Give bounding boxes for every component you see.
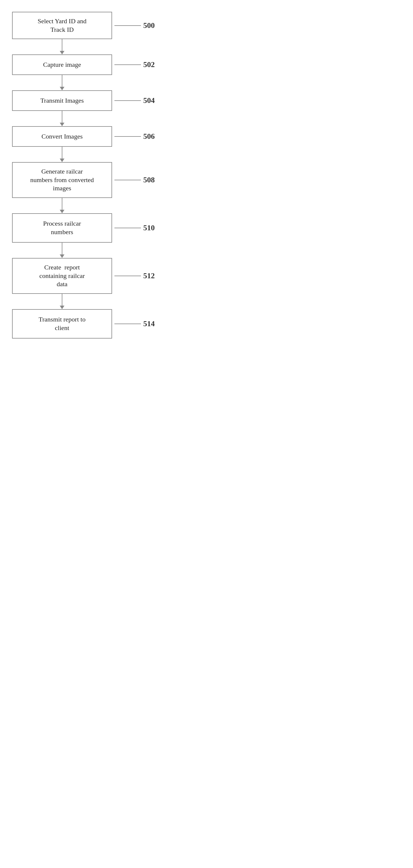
step-508-box: Generate railcarnumbers from convertedim… bbox=[12, 162, 112, 198]
connector-line-500 bbox=[115, 25, 141, 26]
step-508-item: Generate railcarnumbers from convertedim… bbox=[12, 162, 194, 213]
arrow-shaft-504 bbox=[60, 111, 64, 126]
step-512-item: Create reportcontaining railcardata 512 bbox=[12, 258, 194, 309]
arrow-504 bbox=[12, 111, 112, 126]
shaft-line-504 bbox=[62, 111, 62, 123]
step-506-item: Convert Images 506 bbox=[12, 126, 194, 162]
step-506-connector: 506 bbox=[115, 132, 155, 141]
arrow-shaft-510 bbox=[60, 243, 64, 258]
arrow-shaft-508 bbox=[60, 198, 64, 213]
step-500-connector: 500 bbox=[115, 21, 155, 30]
connector-line-502 bbox=[115, 64, 141, 65]
step-510-connector: 510 bbox=[115, 223, 155, 232]
connector-line-510 bbox=[115, 228, 141, 228]
step-514-box: Transmit report toclient bbox=[12, 309, 112, 339]
connector-line-504 bbox=[115, 100, 141, 101]
arrowhead-510 bbox=[60, 254, 64, 258]
step-508-label: 508 bbox=[143, 176, 155, 184]
step-508-row: Generate railcarnumbers from convertedim… bbox=[12, 162, 194, 198]
arrow-508 bbox=[12, 198, 112, 213]
step-514-label: 514 bbox=[143, 319, 155, 328]
step-500-box: Select Yard ID andTrack ID bbox=[12, 12, 112, 39]
arrow-510 bbox=[12, 243, 112, 258]
step-502-connector: 502 bbox=[115, 60, 155, 69]
step-510-item: Process railcarnumbers 510 bbox=[12, 213, 194, 258]
step-508-connector: 508 bbox=[115, 176, 155, 184]
step-514-row: Transmit report toclient 514 bbox=[12, 309, 194, 339]
step-506-row: Convert Images 506 bbox=[12, 126, 194, 147]
step-502-item: Capture image 502 bbox=[12, 54, 194, 90]
step-504-connector: 504 bbox=[115, 96, 155, 105]
shaft-line-500 bbox=[62, 39, 62, 51]
step-504-item: Transmit Images 504 bbox=[12, 90, 194, 126]
arrowhead-504 bbox=[60, 123, 64, 126]
arrowhead-508 bbox=[60, 210, 64, 213]
step-510-label: 510 bbox=[143, 223, 155, 232]
arrow-shaft-500 bbox=[60, 39, 64, 54]
step-500-row: Select Yard ID andTrack ID 500 bbox=[12, 12, 194, 39]
shaft-line-510 bbox=[62, 243, 62, 254]
step-506-label: 506 bbox=[143, 132, 155, 141]
arrow-shaft-512 bbox=[60, 294, 64, 309]
arrow-shaft-502 bbox=[60, 75, 64, 90]
step-502-row: Capture image 502 bbox=[12, 54, 194, 75]
step-500-label: 500 bbox=[143, 21, 155, 30]
connector-line-512 bbox=[115, 276, 141, 276]
step-510-row: Process railcarnumbers 510 bbox=[12, 213, 194, 243]
step-512-connector: 512 bbox=[115, 272, 155, 280]
step-514-connector: 514 bbox=[115, 319, 155, 328]
arrowhead-500 bbox=[60, 51, 64, 54]
shaft-line-508 bbox=[62, 198, 62, 210]
step-506-box: Convert Images bbox=[12, 126, 112, 147]
flowchart: Select Yard ID andTrack ID 500 Capture i… bbox=[12, 6, 194, 339]
shaft-line-506 bbox=[62, 147, 62, 159]
arrow-502 bbox=[12, 75, 112, 90]
step-500-item: Select Yard ID andTrack ID 500 bbox=[12, 12, 194, 54]
arrow-506 bbox=[12, 147, 112, 162]
step-502-label: 502 bbox=[143, 60, 155, 69]
step-504-label: 504 bbox=[143, 96, 155, 105]
connector-line-508 bbox=[115, 180, 141, 180]
arrowhead-506 bbox=[60, 159, 64, 162]
shaft-line-512 bbox=[62, 294, 62, 306]
arrow-500 bbox=[12, 39, 112, 54]
step-510-box: Process railcarnumbers bbox=[12, 213, 112, 243]
step-512-label: 512 bbox=[143, 272, 155, 280]
step-502-box: Capture image bbox=[12, 54, 112, 75]
step-504-box: Transmit Images bbox=[12, 90, 112, 111]
connector-line-514 bbox=[115, 323, 141, 324]
step-514-item: Transmit report toclient 514 bbox=[12, 309, 194, 339]
arrowhead-512 bbox=[60, 306, 64, 309]
step-504-row: Transmit Images 504 bbox=[12, 90, 194, 111]
step-512-row: Create reportcontaining railcardata 512 bbox=[12, 258, 194, 294]
step-512-box: Create reportcontaining railcardata bbox=[12, 258, 112, 294]
arrow-shaft-506 bbox=[60, 147, 64, 162]
shaft-line-502 bbox=[62, 75, 62, 87]
arrowhead-502 bbox=[60, 87, 64, 90]
arrow-512 bbox=[12, 294, 112, 309]
connector-line-506 bbox=[115, 136, 141, 137]
